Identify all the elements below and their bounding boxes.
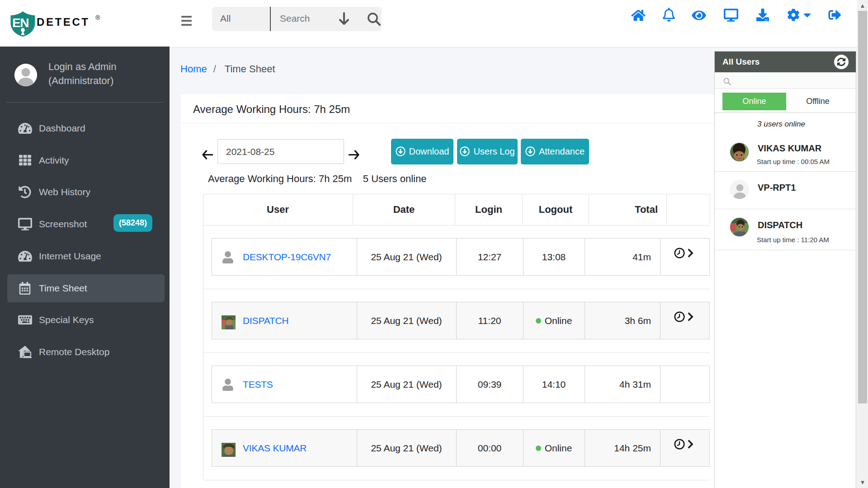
- svg-text:DETECT: DETECT: [37, 16, 90, 28]
- svg-text:®: ®: [95, 14, 100, 21]
- svg-text:EN: EN: [12, 16, 28, 30]
